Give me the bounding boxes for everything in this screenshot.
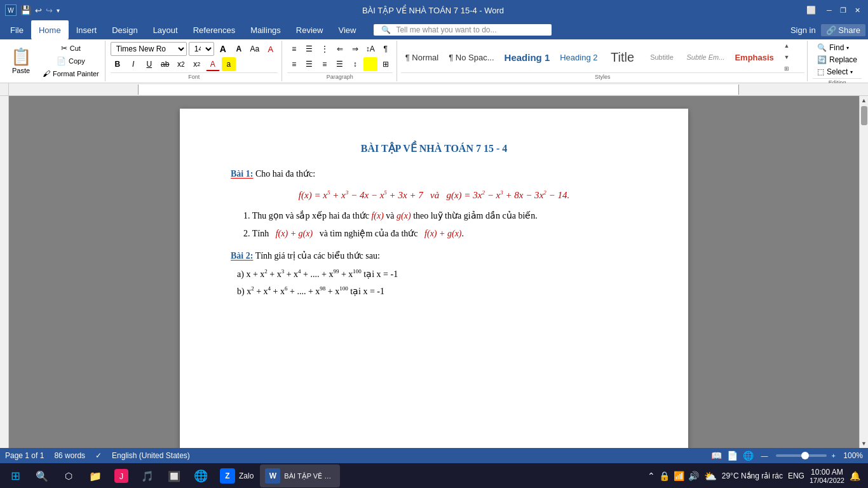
bold-button[interactable]: B bbox=[111, 57, 125, 71]
close-button[interactable]: ✕ bbox=[851, 4, 863, 16]
format-painter-button[interactable]: 🖌 Format Painter bbox=[39, 67, 102, 79]
increase-indent-button[interactable]: ⇒ bbox=[348, 42, 362, 56]
zalo-button[interactable]: Z Zalo bbox=[215, 464, 259, 487]
menu-layout[interactable]: Layout bbox=[146, 20, 186, 39]
sign-in-btn[interactable]: Sign in bbox=[790, 25, 816, 35]
clear-format-button[interactable]: A bbox=[264, 42, 278, 56]
line-spacing-button[interactable]: ↕ bbox=[348, 57, 362, 71]
style-subtitle-preview: Subtitle bbox=[650, 53, 674, 61]
scroll-up-button[interactable]: ▲ bbox=[860, 96, 869, 105]
style-title[interactable]: Title bbox=[604, 42, 642, 72]
menu-home[interactable]: Home bbox=[31, 20, 69, 39]
find-button[interactable]: 🔍 Find ▾ bbox=[813, 42, 862, 53]
strikethrough-button[interactable]: ab bbox=[158, 57, 172, 71]
quick-save[interactable]: 💾 bbox=[20, 5, 31, 15]
sort-button[interactable]: ↕A bbox=[363, 42, 377, 56]
numbering-button[interactable]: ☰ bbox=[302, 42, 316, 56]
app1-button[interactable]: J bbox=[109, 464, 133, 487]
tiktok-icon: 🎵 bbox=[140, 468, 155, 484]
bullets-button[interactable]: ≡ bbox=[287, 42, 301, 56]
align-left-button[interactable]: ≡ bbox=[287, 57, 301, 71]
read-mode-icon[interactable]: 📖 bbox=[711, 451, 722, 461]
align-center-button[interactable]: ☰ bbox=[302, 57, 316, 71]
scrollbar-thumb[interactable] bbox=[861, 106, 867, 125]
style-subtitle[interactable]: Subtitle bbox=[643, 42, 681, 72]
chrome-button[interactable]: 🌐 bbox=[188, 464, 214, 487]
tray-weather[interactable]: ⛅ 29°C Nắng rải rác bbox=[704, 470, 783, 482]
style-h1[interactable]: Heading 1 bbox=[500, 42, 555, 72]
word-count[interactable]: 86 words bbox=[54, 451, 85, 460]
show-marks-button[interactable]: ¶ bbox=[379, 42, 393, 56]
ribbon-display-btn[interactable]: ⬜ bbox=[806, 6, 816, 15]
word-taskbar-button[interactable]: W BÀI TẬP VỀ NHÀ T... bbox=[260, 464, 340, 487]
menu-design[interactable]: Design bbox=[104, 20, 145, 39]
italic-button[interactable]: I bbox=[126, 57, 140, 71]
zoom-plus[interactable]: + bbox=[832, 452, 836, 459]
shrink-font-button[interactable]: A bbox=[232, 42, 246, 56]
select-button[interactable]: ⬚ Select ▾ bbox=[813, 66, 862, 78]
menu-mailings[interactable]: Mailings bbox=[243, 20, 288, 39]
paste-button[interactable]: 📋 Paste bbox=[5, 42, 37, 79]
volume-icon[interactable]: 🔊 bbox=[688, 471, 699, 481]
style-nospace[interactable]: ¶ No Spac... bbox=[444, 42, 498, 72]
multilevel-button[interactable]: ⋮ bbox=[318, 42, 332, 56]
zoom-slider[interactable] bbox=[776, 454, 827, 457]
underline-button[interactable]: U bbox=[142, 57, 156, 71]
subscript-button[interactable]: x2 bbox=[174, 57, 188, 71]
decrease-indent-button[interactable]: ⇐ bbox=[333, 42, 347, 56]
style-subtle[interactable]: Subtle Em... bbox=[682, 42, 729, 72]
tiktok-button[interactable]: 🎵 bbox=[135, 464, 160, 487]
menu-references[interactable]: References bbox=[186, 20, 243, 39]
share-btn[interactable]: 🔗 Share bbox=[821, 24, 865, 36]
copy-button[interactable]: 📄 Copy bbox=[39, 55, 102, 67]
superscript-button[interactable]: x2 bbox=[190, 57, 204, 71]
shading-button[interactable] bbox=[363, 57, 377, 71]
text-color-button[interactable]: A bbox=[206, 57, 220, 71]
bai2-a: a) x + x2 + x3 + x4 + .... + x99 + x100 … bbox=[237, 267, 637, 281]
replace-button[interactable]: 🔄 Replace bbox=[813, 54, 862, 65]
tray-lang[interactable]: ENG bbox=[788, 471, 804, 480]
menu-view[interactable]: View bbox=[330, 20, 363, 39]
menu-file[interactable]: File bbox=[3, 20, 31, 39]
font-family-select[interactable]: Times New Ro bbox=[111, 42, 187, 56]
styles-scroll-down[interactable]: ▼ bbox=[782, 53, 791, 62]
start-button[interactable]: ⊞ bbox=[3, 464, 28, 487]
app3-button[interactable]: 🔲 bbox=[161, 464, 187, 487]
web-layout-icon[interactable]: 🌐 bbox=[743, 451, 754, 461]
task-view-button[interactable]: ⬡ bbox=[56, 464, 81, 487]
wifi-icon[interactable]: 📶 bbox=[674, 471, 684, 481]
align-right-button[interactable]: ≡ bbox=[318, 57, 332, 71]
style-emphasis[interactable]: Emphasis bbox=[730, 42, 778, 72]
justify-button[interactable]: ☰ bbox=[333, 57, 347, 71]
clock[interactable]: 10:00 AM 17/04/2022 bbox=[810, 468, 844, 484]
styles-scroll-up[interactable]: ▲ bbox=[782, 42, 791, 50]
scroll-down-button[interactable]: ▼ bbox=[860, 439, 869, 448]
borders-button[interactable]: ⊞ bbox=[379, 57, 393, 71]
cut-button[interactable]: ✂ Cut bbox=[39, 42, 102, 54]
minimize-button[interactable]: ─ bbox=[824, 4, 835, 16]
notification-icon[interactable]: 🔔 bbox=[850, 471, 860, 481]
menu-insert[interactable]: Insert bbox=[69, 20, 105, 39]
print-layout-icon[interactable]: 📄 bbox=[727, 451, 738, 461]
change-case-button[interactable]: Aa bbox=[248, 42, 262, 56]
highlight-button[interactable]: a bbox=[222, 57, 236, 71]
files-button[interactable]: 📁 bbox=[83, 464, 108, 487]
tell-me-input[interactable]: 🔍 Tell me what you want to do... bbox=[374, 24, 552, 36]
vertical-scrollbar[interactable]: ▲ ▼ bbox=[859, 96, 868, 448]
zoom-percent[interactable]: 100% bbox=[841, 451, 863, 460]
style-h2[interactable]: Heading 2 bbox=[555, 42, 602, 72]
copy-icon: 📄 bbox=[57, 57, 66, 65]
style-normal[interactable]: ¶ Normal bbox=[401, 42, 444, 72]
grow-font-button[interactable]: A bbox=[216, 42, 230, 56]
quick-redo[interactable]: ↪ bbox=[46, 6, 53, 15]
page-count[interactable]: Page 1 of 1 bbox=[5, 451, 44, 460]
quick-undo[interactable]: ↩ bbox=[35, 6, 42, 15]
menu-review[interactable]: Review bbox=[288, 20, 331, 39]
font-size-select[interactable]: 14 bbox=[189, 42, 214, 56]
doc-container[interactable]: BÀI TẬP VỀ NHÀ TOÁN 7 15 - 4 Bài 1: Cho … bbox=[9, 96, 859, 448]
search-button[interactable]: 🔍 bbox=[29, 464, 55, 487]
tray-up-arrow[interactable]: ⌃ bbox=[648, 471, 655, 481]
language[interactable]: English (United States) bbox=[112, 451, 190, 460]
styles-expand[interactable]: ⊞ bbox=[782, 64, 791, 72]
restore-button[interactable]: ❐ bbox=[837, 4, 849, 16]
